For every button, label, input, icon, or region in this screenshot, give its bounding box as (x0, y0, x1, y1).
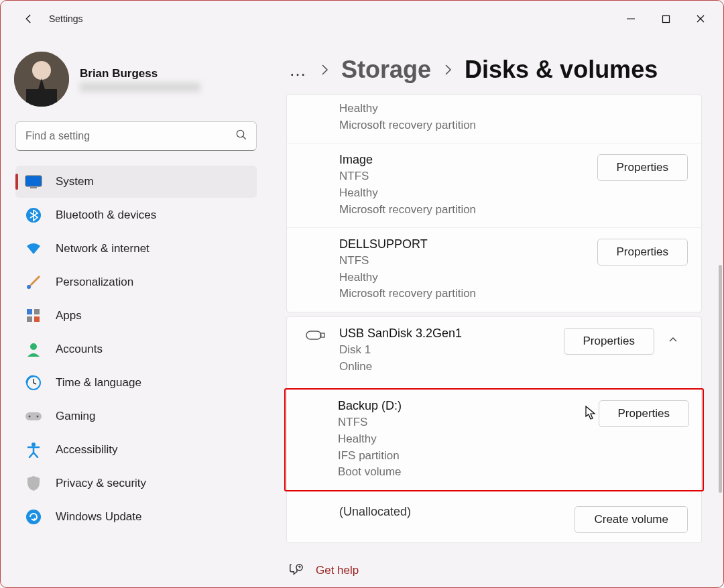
svg-rect-9 (25, 176, 42, 186)
volume-status: Healthy (339, 101, 688, 117)
svg-rect-17 (34, 316, 40, 322)
sidebar-item-accounts[interactable]: Accounts (15, 333, 257, 365)
shield-icon (25, 475, 42, 492)
svg-point-24 (26, 510, 41, 524)
maximize-button[interactable] (648, 5, 683, 32)
sidebar-item-label: System (56, 175, 94, 188)
breadcrumb-storage[interactable]: Storage (341, 56, 431, 84)
breadcrumb-more[interactable]: … (289, 60, 308, 80)
chevron-right-icon (320, 63, 329, 76)
svg-point-18 (30, 343, 37, 350)
volume-fs: NTFS (339, 168, 597, 185)
volume-row-dellsupport: DELLSUPPORT NTFS Healthy Microsoft recov… (287, 227, 701, 312)
update-icon (25, 508, 42, 526)
gamepad-icon (25, 408, 42, 425)
close-button[interactable] (683, 5, 718, 32)
volume-fs: NTFS (339, 253, 597, 270)
minimize-button[interactable] (613, 5, 648, 32)
svg-rect-15 (34, 309, 40, 314)
sidebar-item-label: Privacy & security (56, 477, 146, 490)
search-input[interactable] (15, 121, 257, 151)
sidebar-item-gaming[interactable]: Gaming (15, 400, 257, 432)
svg-line-8 (243, 136, 246, 139)
volume-type: Microsoft recovery partition (339, 202, 597, 219)
back-button[interactable] (15, 5, 42, 32)
user-sub (80, 82, 200, 92)
volume-row-unallocated: (Unallocated) Create volume (287, 495, 701, 542)
clock-icon (25, 374, 42, 392)
disk-state: Online (339, 359, 564, 375)
properties-button[interactable]: Properties (599, 400, 689, 427)
properties-button[interactable]: Properties (597, 239, 688, 266)
breadcrumb-current: Disks & volumes (465, 56, 658, 84)
sidebar-item-bluetooth[interactable]: Bluetooth & devices (15, 199, 257, 231)
sidebar-item-label: Accounts (56, 343, 103, 356)
accessibility-icon (25, 441, 42, 459)
volume-extra: Boot volume (338, 464, 599, 481)
wifi-icon (25, 240, 42, 257)
properties-button[interactable]: Properties (597, 154, 688, 181)
sidebar-item-label: Time & language (56, 376, 141, 390)
sidebar-item-label: Apps (56, 309, 82, 322)
volume-name: Image (339, 153, 597, 167)
system-icon (25, 173, 42, 190)
svg-rect-16 (27, 316, 32, 322)
sidebar-item-label: Gaming (56, 410, 96, 423)
get-help-link[interactable]: Get help (316, 564, 359, 577)
collapse-button[interactable] (658, 325, 688, 355)
bluetooth-icon (25, 207, 42, 224)
properties-button[interactable]: Properties (564, 328, 654, 355)
svg-point-13 (27, 285, 31, 289)
sidebar-item-personalization[interactable]: Personalization (15, 266, 257, 298)
sidebar-item-network[interactable]: Network & internet (15, 233, 257, 265)
svg-point-23 (32, 443, 36, 447)
volume-status: Healthy (339, 270, 597, 286)
volume-status: Healthy (339, 185, 597, 202)
breadcrumb: … Storage Disks & volumes (289, 56, 702, 84)
svg-rect-20 (25, 412, 42, 420)
avatar[interactable] (14, 52, 69, 107)
person-icon (25, 341, 42, 358)
volume-type: IFS partition (338, 448, 599, 465)
user-name: Brian Burgess (80, 67, 200, 80)
create-volume-button[interactable]: Create volume (575, 506, 688, 533)
volume-row-backup: Backup (D:) NTFS Healthy IFS partition B… (286, 390, 703, 490)
sidebar-item-system[interactable]: System (15, 166, 257, 198)
sidebar-item-time[interactable]: Time & language (15, 367, 257, 399)
volume-row-image: Image NTFS Healthy Microsoft recovery pa… (287, 143, 701, 227)
window-title: Settings (49, 13, 83, 24)
volume-status: Healthy (338, 431, 599, 448)
svg-rect-14 (27, 309, 32, 314)
svg-point-22 (37, 416, 39, 418)
apps-icon (25, 307, 42, 325)
help-icon (289, 562, 304, 579)
sidebar-item-update[interactable]: Windows Update (15, 501, 257, 533)
sidebar-item-label: Accessibility (56, 443, 118, 457)
sidebar-item-privacy[interactable]: Privacy & security (15, 467, 257, 499)
volume-type: Microsoft recovery partition (339, 117, 688, 134)
svg-point-21 (29, 416, 31, 418)
disk-row[interactable]: USB SanDisk 3.2Gen1 Disk 1 Online Proper… (287, 317, 701, 384)
svg-rect-1 (662, 15, 669, 22)
brush-icon (25, 274, 42, 291)
sidebar-item-accessibility[interactable]: Accessibility (15, 434, 257, 466)
sidebar-item-label: Bluetooth & devices (56, 209, 156, 222)
sidebar-item-apps[interactable]: Apps (15, 300, 257, 332)
volume-name: DELLSUPPORT (339, 237, 597, 251)
disk-slot: Disk 1 (339, 342, 564, 359)
svg-point-5 (32, 61, 51, 80)
usb-drive-icon (300, 327, 331, 340)
volume-name: Backup (D:) (338, 399, 599, 413)
chevron-right-icon (443, 63, 452, 76)
svg-rect-6 (26, 89, 57, 107)
scrollbar[interactable] (719, 265, 722, 493)
search-icon (235, 129, 247, 143)
sidebar-item-label: Network & internet (56, 242, 149, 255)
svg-rect-25 (306, 331, 321, 339)
volume-row: Healthy Microsoft recovery partition (287, 95, 701, 143)
volume-fs: NTFS (338, 414, 599, 431)
volume-type: Microsoft recovery partition (339, 286, 597, 302)
sidebar-item-label: Windows Update (56, 510, 142, 524)
unallocated-label: (Unallocated) (339, 505, 575, 519)
disk-name: USB SanDisk 3.2Gen1 (339, 327, 564, 341)
